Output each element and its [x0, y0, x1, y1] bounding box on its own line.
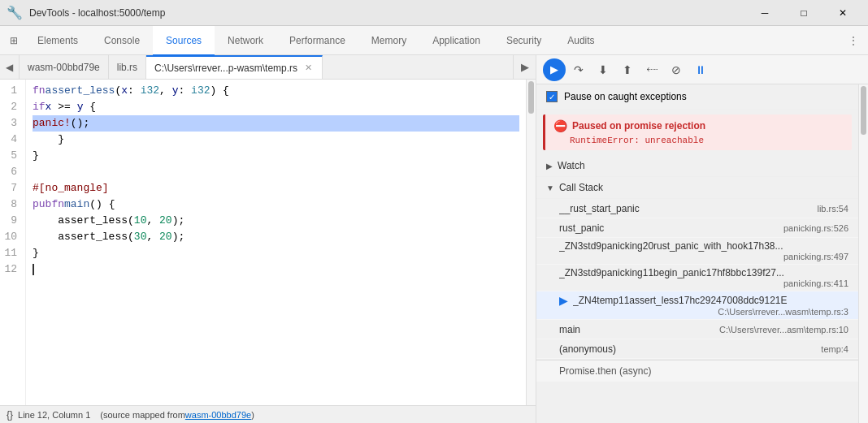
- file-tab-back[interactable]: ◀: [0, 55, 20, 80]
- file-tab-wasm[interactable]: wasm-00bbd79e: [20, 55, 109, 80]
- tab-bar: ⊞ Elements Console Sources Network Perfo…: [0, 26, 868, 55]
- code-line-2: if x >= y {: [33, 99, 519, 115]
- code-line-11: }: [33, 245, 519, 261]
- promise-item[interactable]: Promise.then (async): [536, 360, 858, 382]
- line-num-12: 12: [0, 261, 20, 278]
- line-num-10: 10: [0, 229, 20, 245]
- watch-label: Watch: [558, 160, 585, 171]
- pause-exceptions-checkbox[interactable]: ✓: [546, 91, 558, 102]
- watch-arrow-icon: ▶: [546, 162, 553, 170]
- file-tab-forward[interactable]: ▶: [513, 55, 536, 80]
- stack-active-arrow-icon: ▶: [559, 294, 568, 307]
- right-scroll-thumb[interactable]: [861, 86, 866, 135]
- file-tab-temp[interactable]: C:\Users\rrever...p-wasm\temp.rs ✕: [146, 55, 323, 80]
- file-tab-temp-label: C:\Users\rrever...p-wasm\temp.rs: [154, 63, 297, 74]
- code-line-1: fn assert_less(x: i32, y: i32) {: [33, 83, 519, 99]
- watch-section: ▶ Watch: [536, 155, 858, 177]
- maximize-button[interactable]: □: [785, 0, 822, 26]
- close-tab-button[interactable]: ✕: [302, 63, 314, 74]
- sidebar-toggle[interactable]: ⊞: [3, 26, 24, 54]
- tab-application[interactable]: Application: [419, 26, 493, 56]
- code-line-9: assert_less(10, 20);: [33, 213, 519, 229]
- code-area[interactable]: 1 2 3 4 5 6 7 8 9 10 11 12 fn assert_les…: [0, 80, 536, 405]
- stack-fn-name-1: rust_panic: [559, 222, 777, 234]
- stack-item-4[interactable]: ▶ _ZN4temp11assert_less17hc29247008ddc91…: [536, 291, 858, 320]
- stack-fn-name-2: _ZN3std9panicking20rust_panic_with_hook1…: [559, 240, 783, 252]
- tab-performance[interactable]: Performance: [276, 26, 358, 56]
- resume-button[interactable]: ▶: [543, 58, 566, 81]
- call-stack-header[interactable]: ▼ Call Stack: [536, 177, 858, 199]
- tab-memory[interactable]: Memory: [358, 26, 419, 56]
- line-num-2: 2: [0, 99, 20, 115]
- window-controls: ─ □ ✕: [746, 0, 861, 26]
- code-line-6: [33, 164, 519, 180]
- tab-elements[interactable]: Elements: [24, 26, 91, 56]
- stack-loc-1: panicking.rs:526: [783, 223, 848, 233]
- step-over-button[interactable]: ↷: [567, 58, 590, 81]
- right-scroll-area[interactable]: ✓ Pause on caught exceptions ⛔ Paused on…: [536, 84, 858, 423]
- close-button[interactable]: ✕: [824, 0, 861, 26]
- line-num-1: 1: [0, 83, 20, 99]
- debugger-toolbar: ▶ ↷ ⬇ ⬆ ⬸ ⊘ ⏸: [536, 55, 868, 84]
- tab-audits[interactable]: Audits: [554, 26, 607, 56]
- stack-fn-name-4: _ZN4temp11assert_less17hc29247008ddc9121…: [573, 295, 848, 306]
- file-tabs: ◀ wasm-00bbd79e lib.rs C:\Users\rrever..…: [0, 55, 536, 80]
- stack-loc-6: temp:4: [821, 344, 848, 354]
- stack-loc-0: lib.rs:54: [817, 204, 848, 214]
- stack-loc-5: C:\Users\rrever...asm\temp.rs:10: [719, 325, 848, 335]
- main-area: ◀ wasm-00bbd79e lib.rs C:\Users\rrever..…: [0, 55, 868, 423]
- file-tab-end-area: ▶: [513, 55, 536, 80]
- pause-exceptions-label: Pause on caught exceptions: [564, 91, 687, 102]
- file-tab-lib[interactable]: lib.rs: [109, 55, 146, 80]
- tab-security[interactable]: Security: [493, 26, 554, 56]
- code-line-12: [33, 261, 519, 278]
- stack-loc-2: panicking.rs:497: [783, 252, 848, 261]
- stack-item-0[interactable]: __rust_start_panic lib.rs:54: [536, 199, 858, 218]
- stack-fn-name-0: __rust_start_panic: [559, 203, 810, 214]
- stack-fn-name-3: _ZN3std9panicking11begin_panic17hf8bbc13…: [559, 267, 784, 278]
- code-line-4: }: [33, 132, 519, 148]
- promise-label: Promise.then (async): [559, 365, 651, 377]
- stack-item-1[interactable]: rust_panic panicking.rs:526: [536, 218, 858, 238]
- call-stack-arrow-icon: ▼: [546, 183, 554, 192]
- status-curly-icon: {}: [7, 409, 13, 421]
- paused-title: Paused on promise rejection: [572, 120, 705, 132]
- status-source-map-close: ): [251, 410, 254, 420]
- line-num-3: 3: [0, 115, 20, 132]
- title-text: DevTools - localhost:5000/temp: [29, 7, 165, 19]
- stack-item-6[interactable]: (anonymous) temp:4: [536, 339, 858, 359]
- source-map-link[interactable]: wasm-00bbd79e: [185, 410, 251, 420]
- line-numbers: 1 2 3 4 5 6 7 8 9 10 11 12: [0, 80, 26, 405]
- tab-network[interactable]: Network: [215, 26, 276, 56]
- minimize-button[interactable]: ─: [746, 0, 783, 26]
- tab-console[interactable]: Console: [91, 26, 153, 56]
- line-num-5: 5: [0, 148, 20, 164]
- watch-header[interactable]: ▶ Watch: [536, 155, 858, 177]
- left-scrollbar[interactable]: [526, 80, 536, 405]
- line-num-9: 9: [0, 213, 20, 229]
- line-num-7: 7: [0, 180, 20, 196]
- left-panel: ◀ wasm-00bbd79e lib.rs C:\Users\rrever..…: [0, 55, 536, 423]
- code-line-5: }: [33, 148, 519, 164]
- status-source-map-text: (source mapped from: [100, 410, 185, 420]
- stack-item-2[interactable]: _ZN3std9panicking20rust_panic_with_hook1…: [536, 238, 858, 265]
- title-bar: 🔧 DevTools - localhost:5000/temp ─ □ ✕: [0, 0, 868, 26]
- error-detail: RuntimeError: unreachable: [570, 136, 844, 145]
- step-into-button[interactable]: ⬇: [592, 58, 614, 81]
- step-out-button[interactable]: ⬆: [616, 58, 639, 81]
- stack-item-3[interactable]: _ZN3std9panicking11begin_panic17hf8bbc13…: [536, 265, 858, 291]
- deactivate-button[interactable]: ⊘: [665, 58, 688, 81]
- pause-exceptions-button[interactable]: ⏸: [689, 58, 712, 81]
- code-line-8: pub fn main() {: [33, 196, 519, 213]
- right-scrollbar[interactable]: [858, 84, 868, 423]
- code-content[interactable]: fn assert_less(x: i32, y: i32) { if x >=…: [26, 80, 526, 405]
- step-back-button[interactable]: ⬸: [640, 58, 663, 81]
- line-num-6: 6: [0, 164, 20, 180]
- stack-item-5[interactable]: main C:\Users\rrever...asm\temp.rs:10: [536, 320, 858, 339]
- pause-exceptions-row: ✓ Pause on caught exceptions: [536, 84, 858, 110]
- tab-sources[interactable]: Sources: [153, 26, 215, 56]
- call-stack-section: ▼ Call Stack __rust_start_panic lib.rs:5…: [536, 177, 858, 360]
- tab-overflow[interactable]: ⋮: [842, 26, 865, 54]
- left-scroll-thumb[interactable]: [528, 81, 534, 114]
- right-panel: ▶ ↷ ⬇ ⬆ ⬸ ⊘ ⏸ ✓ Pause on caught exceptio…: [536, 55, 868, 423]
